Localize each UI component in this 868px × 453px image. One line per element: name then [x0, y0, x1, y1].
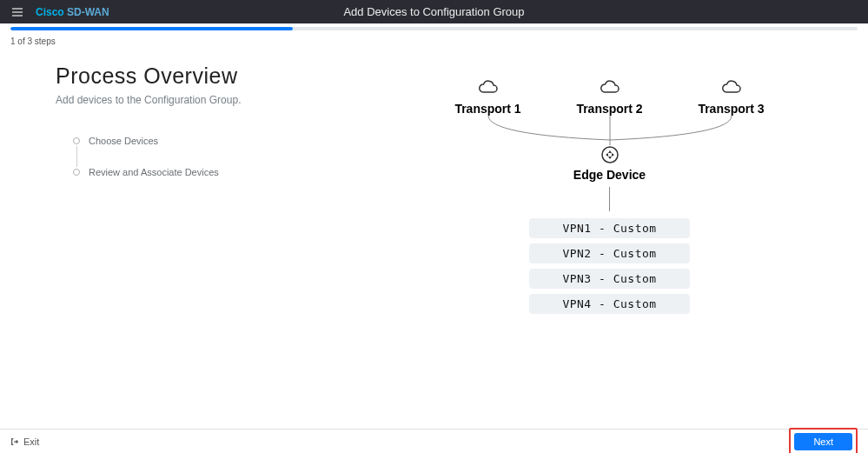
edge-device-icon — [445, 145, 775, 164]
diagram-inner: Transport 1 Transport 2 Transport 3 — [445, 79, 775, 429]
steps-text: 1 of 3 steps — [10, 37, 868, 46]
cloud-icon — [477, 79, 500, 98]
cloud-icon — [720, 79, 743, 98]
exit-button[interactable]: Exit — [10, 436, 39, 447]
brand-logo[interactable]: Cisco SD-WAN — [36, 6, 109, 18]
svg-point-0 — [602, 147, 618, 163]
overview-subtitle: Add devices to the Configuration Group. — [56, 94, 368, 106]
main-content: Process Overview Add devices to the Conf… — [0, 46, 868, 429]
timeline-dot-icon — [73, 169, 80, 176]
brand-cisco: Cisco — [36, 6, 64, 18]
cloud-icon — [599, 79, 621, 98]
timeline: Choose Devices Review and Associate Devi… — [73, 136, 368, 177]
fan-in-connector — [445, 116, 775, 145]
exit-icon — [10, 437, 19, 446]
vpn-pill: VPN2 - Custom — [529, 243, 690, 263]
transport-node: Transport 3 — [688, 79, 775, 116]
timeline-dot-icon — [73, 137, 80, 144]
brand-sdwan: SD-WAN — [64, 6, 109, 18]
transport-label: Transport 3 — [698, 102, 764, 116]
vpn-pill: VPN3 - Custom — [529, 269, 690, 289]
vertical-connector — [609, 187, 610, 211]
next-button[interactable]: Next — [794, 433, 852, 450]
overview-title: Process Overview — [56, 63, 368, 89]
transport-node: Transport 1 — [445, 79, 532, 116]
edge-device-label: Edge Device — [445, 168, 775, 182]
timeline-connector — [76, 146, 77, 167]
transport-label: Transport 2 — [576, 102, 642, 116]
footer: Exit Next — [0, 429, 868, 453]
left-column: Process Overview Add devices to the Conf… — [56, 63, 368, 429]
app-header: Cisco SD-WAN Add Devices to Configuratio… — [0, 0, 868, 23]
exit-label: Exit — [23, 436, 39, 447]
vpn-pill: VPN1 - Custom — [529, 218, 690, 238]
transport-label: Transport 1 — [454, 102, 520, 116]
vpn-pill: VPN4 - Custom — [529, 294, 690, 314]
timeline-item-label: Review and Associate Devices — [89, 167, 219, 177]
progress-fill — [10, 27, 293, 30]
vpn-list: VPN1 - Custom VPN2 - Custom VPN3 - Custo… — [445, 218, 775, 314]
page-title: Add Devices to Configuration Group — [343, 5, 524, 18]
progress-track — [10, 27, 858, 30]
transport-node: Transport 2 — [567, 79, 653, 116]
menu-icon[interactable] — [12, 4, 23, 20]
next-highlight: Next — [789, 428, 858, 454]
timeline-item: Choose Devices — [73, 136, 368, 146]
timeline-item: Review and Associate Devices — [73, 167, 368, 177]
topology-diagram: Transport 1 Transport 2 Transport 3 — [368, 63, 851, 429]
timeline-item-label: Choose Devices — [89, 136, 158, 146]
progress-bar — [0, 23, 868, 33]
transports-row: Transport 1 Transport 2 Transport 3 — [445, 79, 775, 116]
